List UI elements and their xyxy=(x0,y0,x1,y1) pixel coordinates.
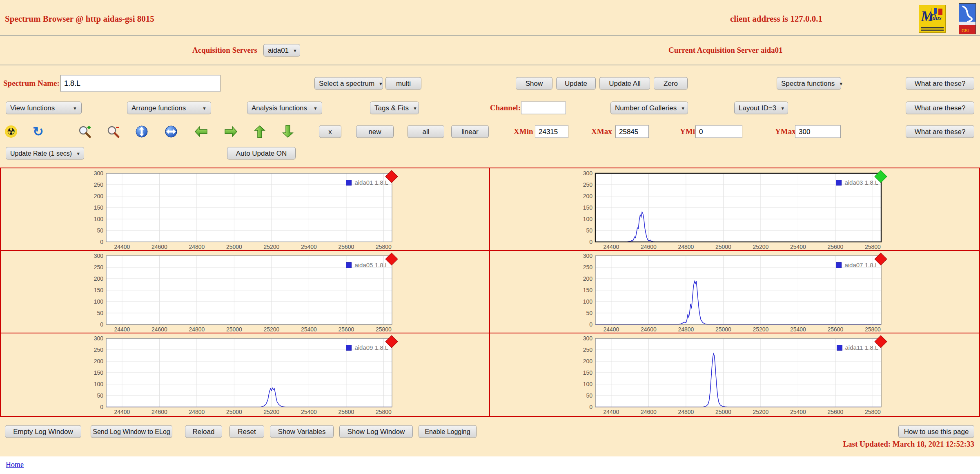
svg-text:150: 150 xyxy=(94,369,104,376)
fair-logo[interactable]: GSI xyxy=(959,3,976,34)
svg-text:25800: 25800 xyxy=(865,326,881,333)
bottom-strip: Home xyxy=(0,456,980,474)
arrange-functions-dropdown[interactable]: Arrange functions ▼ xyxy=(127,102,211,114)
spectrum-name-label: Spectrum Name: xyxy=(3,79,60,88)
channel-label: Channel: xyxy=(490,103,521,112)
svg-text:300: 300 xyxy=(94,170,104,177)
scroll-left-icon[interactable] xyxy=(194,125,208,138)
svg-text:100: 100 xyxy=(94,298,104,305)
svg-text:25600: 25600 xyxy=(338,244,354,250)
home-link[interactable]: Home xyxy=(6,461,24,469)
legend-swatch xyxy=(346,345,352,351)
how-to-use-button[interactable]: How to use this page xyxy=(898,425,974,438)
refresh-icon[interactable]: ↻ xyxy=(33,125,44,138)
zero-button[interactable]: Zero xyxy=(654,77,688,90)
plot-legend: aida07 1.8.L xyxy=(836,262,878,268)
show-variables-button[interactable]: Show Variables xyxy=(270,425,334,438)
channel-input[interactable] xyxy=(521,102,566,114)
legend-swatch xyxy=(836,180,842,186)
server-row: Acquisition Servers aida01 ▼ Current Acq… xyxy=(0,36,980,65)
gallery-cell-aida05[interactable]: 2440024600248002500025200254002560025800… xyxy=(1,251,490,333)
divider xyxy=(0,65,980,65)
svg-text:24400: 24400 xyxy=(603,326,619,333)
tags-fits-dropdown[interactable]: Tags & Fits ▼ xyxy=(370,102,419,114)
svg-text:25600: 25600 xyxy=(827,244,843,250)
zoom-in-icon[interactable] xyxy=(78,125,91,139)
svg-text:25600: 25600 xyxy=(338,326,354,333)
xmin-input[interactable] xyxy=(535,125,568,138)
new-button[interactable]: new xyxy=(356,125,394,138)
all-button[interactable]: all xyxy=(408,125,444,138)
fair-logo-swirl: GSI xyxy=(959,4,976,35)
show-button[interactable]: Show xyxy=(516,77,552,90)
gallery-cell-aida03[interactable]: 2440024600248002500025200254002560025800… xyxy=(490,168,979,251)
legend-swatch xyxy=(346,262,352,268)
xmax-input[interactable] xyxy=(615,125,649,138)
spectra-functions-label: Spectra functions xyxy=(781,79,835,87)
show-log-window-button[interactable]: Show Log Window xyxy=(339,425,413,438)
ymin-input[interactable] xyxy=(695,125,742,138)
multi-button[interactable]: multi xyxy=(385,77,421,90)
plot-legend: aida01 1.8.L xyxy=(346,179,388,186)
what-are-these-button-1[interactable]: What are these? xyxy=(906,77,974,90)
svg-text:0: 0 xyxy=(100,321,103,328)
spectra-functions-dropdown[interactable]: Spectra functions ▼ xyxy=(777,77,841,90)
reload-button[interactable]: Reload xyxy=(185,425,222,438)
gallery-cell-aida09[interactable]: 2440024600248002500025200254002560025800… xyxy=(1,333,490,416)
what-are-these-button-3[interactable]: What are these? xyxy=(906,125,974,138)
svg-text:24800: 24800 xyxy=(189,326,205,333)
svg-text:25200: 25200 xyxy=(263,326,279,333)
auto-update-button[interactable]: Auto Update ON xyxy=(227,147,296,160)
midas-logo-lines xyxy=(921,27,944,31)
update-all-button[interactable]: Update All xyxy=(599,77,650,90)
chevron-down-icon: ▼ xyxy=(379,81,383,86)
plot-legend: aida03 1.8.L xyxy=(836,179,878,186)
number-of-galleries-dropdown[interactable]: Number of Galleries ▼ xyxy=(610,102,688,114)
svg-text:50: 50 xyxy=(97,227,103,234)
svg-text:25800: 25800 xyxy=(376,409,392,415)
svg-text:25200: 25200 xyxy=(263,409,279,415)
view-functions-dropdown[interactable]: View functions ▼ xyxy=(6,102,82,114)
radiation-icon[interactable]: ☢ xyxy=(5,125,17,138)
enable-logging-button[interactable]: Enable Logging xyxy=(419,425,477,438)
gallery-cell-aida07[interactable]: 2440024600248002500025200254002560025800… xyxy=(490,251,979,333)
scroll-up-icon[interactable] xyxy=(254,125,266,139)
expand-horizontal-icon[interactable] xyxy=(165,125,178,138)
svg-text:50: 50 xyxy=(97,310,103,316)
midas-logo-rest: idas xyxy=(931,14,942,22)
select-spectrum-dropdown[interactable]: Select a spectrum ▼ xyxy=(314,77,383,90)
send-log-to-elog-button[interactable]: Send Log Window to ELog xyxy=(91,425,172,438)
chevron-down-icon: ▼ xyxy=(413,105,417,110)
update-rate-dropdown[interactable]: Update Rate (1 secs) ▼ xyxy=(6,147,84,160)
midas-logo-shield xyxy=(931,8,937,15)
midas-logo[interactable]: M idas xyxy=(919,5,946,33)
acquisition-server-select[interactable]: aida01 ▼ xyxy=(263,44,300,57)
midas-logo-red-block xyxy=(938,9,942,15)
gallery-cell-aida01[interactable]: 2440024600248002500025200254002560025800… xyxy=(1,168,490,251)
what-are-these-button-2[interactable]: What are these? xyxy=(906,102,974,114)
svg-text:24400: 24400 xyxy=(114,326,130,333)
svg-text:250: 250 xyxy=(583,264,593,271)
linear-button[interactable]: linear xyxy=(451,125,489,138)
plot-legend: aida09 1.8.L xyxy=(346,344,388,351)
update-button[interactable]: Update xyxy=(556,77,596,90)
ymax-input[interactable] xyxy=(795,125,841,138)
svg-text:24800: 24800 xyxy=(189,409,205,415)
legend-text: aida05 1.8.L xyxy=(354,262,388,268)
scroll-right-icon[interactable] xyxy=(224,125,238,138)
svg-text:25600: 25600 xyxy=(827,409,843,415)
analysis-functions-dropdown[interactable]: Analysis functions ▼ xyxy=(247,102,322,114)
scroll-down-icon[interactable] xyxy=(282,125,294,139)
svg-text:24400: 24400 xyxy=(603,244,619,250)
spectrum-name-input[interactable] xyxy=(60,75,220,92)
zoom-out-icon[interactable] xyxy=(106,125,120,139)
expand-vertical-icon[interactable] xyxy=(135,125,148,138)
empty-log-window-button[interactable]: Empty Log Window xyxy=(5,425,81,438)
reset-button[interactable]: Reset xyxy=(229,425,264,438)
svg-text:50: 50 xyxy=(586,310,592,316)
gallery-cell-aida11[interactable]: 2440024600248002500025200254002560025800… xyxy=(490,333,979,416)
layout-id-dropdown[interactable]: Layout ID=3 ▼ xyxy=(734,102,788,114)
legend-text: aida09 1.8.L xyxy=(354,344,388,351)
x-button[interactable]: x xyxy=(319,125,341,138)
chevron-down-icon: ▼ xyxy=(681,105,685,110)
